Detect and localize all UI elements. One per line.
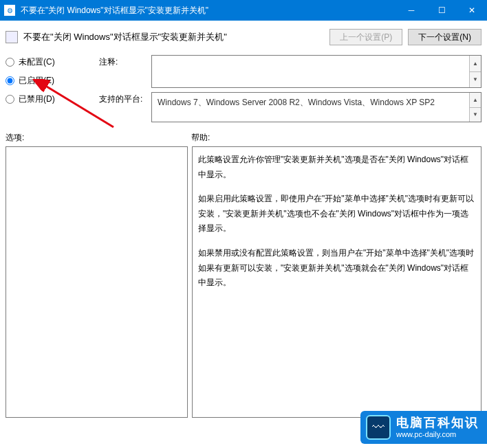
platforms-value: Windows 7、Windows Server 2008 R2、Windows… [158, 98, 435, 107]
titlebar: ⚙ 不要在"关闭 Windows"对话框显示"安装更新并关机" ─ ☐ ✕ [0, 0, 487, 21]
window-title: 不要在"关闭 Windows"对话框显示"安装更新并关机" [21, 5, 396, 16]
help-p3: 如果禁用或没有配置此策略设置，则当用户在"开始"菜单中选择"关机"选项时如果有更… [198, 246, 475, 291]
scroll-up-icon[interactable]: ▲ [469, 56, 481, 71]
options-label: 选项: [6, 132, 191, 144]
settings-icon: ⚙ [4, 5, 15, 16]
platforms-label: 支持的平台: [99, 92, 147, 105]
prev-setting-button: 上一个设置(P) [329, 29, 402, 45]
radio-enabled-label: 已启用(E) [19, 75, 54, 87]
minimize-button[interactable]: ─ [396, 0, 426, 21]
scroll-up-icon[interactable]: ▲ [469, 93, 481, 107]
help-p1: 此策略设置允许你管理"安装更新并关机"选项是否在"关闭 Windows"对话框中… [198, 153, 475, 182]
close-button[interactable]: ✕ [457, 0, 487, 21]
comment-textarea[interactable]: ▲ ▼ [151, 55, 481, 88]
watermark-title: 电脑百科知识 [396, 416, 479, 431]
policy-title: 不要在"关闭 Windows"对话框显示"安装更新并关机" [23, 31, 324, 43]
monitor-icon: 〰 [366, 415, 391, 440]
radio-not-configured[interactable]: 未配置(C) [6, 56, 88, 68]
platforms-scroll[interactable]: ▲ ▼ [469, 93, 481, 122]
fields-column: 注释: ▲ ▼ 支持的平台: Windows 7、Windows Server … [99, 55, 481, 122]
panels: 此策略设置允许你管理"安装更新并关机"选项是否在"关闭 Windows"对话框中… [6, 146, 481, 418]
next-setting-button[interactable]: 下一个设置(N) [408, 29, 481, 45]
radio-disabled-label: 已禁用(D) [19, 93, 55, 105]
watermark: 〰 电脑百科知识 www.pc-daily.com [360, 411, 487, 444]
options-panel [6, 146, 188, 418]
help-text: 此策略设置允许你管理"安装更新并关机"选项是否在"关闭 Windows"对话框中… [198, 153, 475, 291]
comment-row: 注释: ▲ ▼ [99, 55, 481, 88]
radio-group: 未配置(C) 已启用(E) 已禁用(D) [6, 55, 88, 122]
content-area: 不要在"关闭 Windows"对话框显示"安装更新并关机" 上一个设置(P) 下… [0, 21, 487, 448]
radio-not-configured-label: 未配置(C) [19, 56, 55, 68]
help-p2: 如果启用此策略设置，即使用户在"开始"菜单中选择"关机"选项时有更新可以安装，"… [198, 192, 475, 236]
comment-scroll[interactable]: ▲ ▼ [469, 56, 481, 87]
scroll-down-icon[interactable]: ▼ [469, 71, 481, 88]
platforms-box: Windows 7、Windows Server 2008 R2、Windows… [151, 92, 481, 122]
radio-enabled-input[interactable] [6, 76, 14, 85]
radio-enabled[interactable]: 已启用(E) [6, 75, 88, 87]
header-row: 不要在"关闭 Windows"对话框显示"安装更新并关机" 上一个设置(P) 下… [6, 26, 481, 48]
watermark-url: www.pc-daily.com [396, 430, 479, 439]
section-labels: 选项: 帮助: [6, 132, 481, 144]
config-row: 未配置(C) 已启用(E) 已禁用(D) 注释: ▲ ▼ [6, 55, 481, 122]
platforms-row: 支持的平台: Windows 7、Windows Server 2008 R2、… [99, 92, 481, 122]
radio-disabled-input[interactable] [6, 95, 14, 104]
scroll-down-icon[interactable]: ▼ [469, 107, 481, 122]
watermark-text: 电脑百科知识 www.pc-daily.com [396, 416, 479, 440]
comment-label: 注释: [99, 55, 147, 68]
policy-icon [6, 31, 18, 43]
maximize-button[interactable]: ☐ [426, 0, 457, 21]
radio-not-configured-input[interactable] [6, 58, 14, 67]
help-label: 帮助: [191, 132, 210, 144]
help-panel: 此策略设置允许你管理"安装更新并关机"选项是否在"关闭 Windows"对话框中… [192, 146, 481, 418]
radio-disabled[interactable]: 已禁用(D) [6, 93, 88, 105]
